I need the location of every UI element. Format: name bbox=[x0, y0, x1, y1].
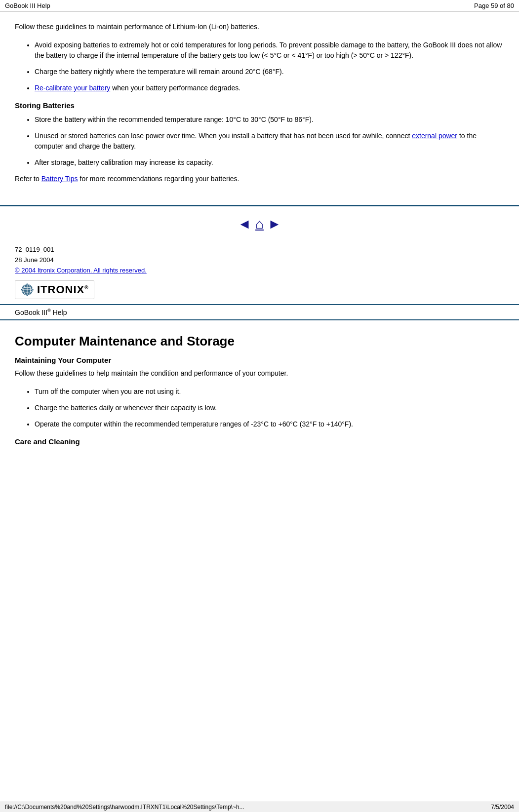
list-item: Unused or stored batteries can lose powe… bbox=[35, 131, 504, 152]
bullet-text-1: Avoid exposing batteries to extremely ho… bbox=[35, 41, 502, 59]
storing-bullet-3: After storage, battery calibration may i… bbox=[35, 158, 213, 166]
svg-point-9 bbox=[32, 289, 34, 291]
list-item: Store the battery within the recommended… bbox=[35, 115, 504, 125]
storing-heading: Storing Batteries bbox=[15, 101, 504, 110]
maintaining-heading: Maintaining Your Computer bbox=[0, 354, 519, 368]
intro-text: Follow these guidelines to maintain perf… bbox=[15, 22, 504, 32]
home-nav-button[interactable]: ⌂ bbox=[255, 216, 264, 232]
main-content: Follow these guidelines to maintain perf… bbox=[0, 12, 519, 197]
list-item: After storage, battery calibration may i… bbox=[35, 157, 504, 168]
logo-section: ITRONIX® bbox=[0, 275, 519, 304]
care-heading: Care and Cleaning bbox=[15, 437, 504, 446]
list-item: Turn off the computer when you are not u… bbox=[35, 387, 504, 397]
svg-point-7 bbox=[27, 295, 28, 296]
footer-info: 72_0119_001 28 June 2004 © 2004 Itronix … bbox=[0, 245, 519, 275]
refer-after: for more recommendations regarding your … bbox=[78, 175, 240, 183]
gobook-bar: GoBook III® Help bbox=[0, 304, 519, 320]
maintaining-bullet-3: Operate the computer within the recommen… bbox=[35, 420, 353, 428]
list-item: Charge the battery nightly where the tem… bbox=[35, 67, 504, 77]
forward-nav-button[interactable]: ► bbox=[268, 216, 281, 232]
refer-text: Refer to Battery Tips for more recommend… bbox=[15, 174, 504, 184]
list-item: Re-calibrate your battery when your batt… bbox=[35, 83, 504, 93]
gobook-sup: ® bbox=[47, 308, 51, 313]
logo-reg: ® bbox=[84, 285, 88, 290]
doc-id: 72_0119_001 bbox=[15, 245, 504, 255]
app-title: GoBook III Help bbox=[5, 2, 50, 9]
recalibrate-link[interactable]: Re-calibrate your battery bbox=[35, 84, 110, 92]
bullet-text-2: Charge the battery nightly where the tem… bbox=[35, 68, 284, 76]
copyright-link[interactable]: © 2004 Itronix Corporation. All rights r… bbox=[15, 267, 147, 274]
battery-tips-link[interactable]: Battery Tips bbox=[41, 175, 78, 183]
maintaining-bullets-list: Turn off the computer when you are not u… bbox=[35, 387, 504, 429]
chapter-title: Computer Maintenance and Storage bbox=[0, 328, 519, 354]
storing-bullet-1: Store the battery within the recommended… bbox=[35, 116, 314, 123]
maintaining-bullet-1: Turn off the computer when you are not u… bbox=[35, 387, 181, 395]
nav-section: ◄ ⌂ ► bbox=[0, 206, 519, 245]
refer-before: Refer to bbox=[15, 175, 41, 183]
list-item: Operate the computer within the recommen… bbox=[35, 419, 504, 429]
svg-point-6 bbox=[27, 283, 28, 285]
external-power-link[interactable]: external power bbox=[412, 132, 457, 140]
gobook-bar-text: GoBook III® Help bbox=[15, 309, 67, 316]
bullet-text-3-after: when your battery performance degrades. bbox=[110, 84, 240, 92]
header-bar: GoBook III Help Page 59 of 80 bbox=[0, 0, 519, 12]
list-item: Charge the batteries daily or whenever t… bbox=[35, 403, 504, 413]
maintaining-intro: Follow these guidelines to help maintain… bbox=[15, 368, 504, 379]
list-item: Avoid exposing batteries to extremely ho… bbox=[35, 40, 504, 61]
nav-arrows: ◄ ⌂ ► bbox=[238, 216, 281, 232]
storing-bullet-2-before: Unused or stored batteries can lose powe… bbox=[35, 132, 412, 140]
itronix-logo: ITRONIX® bbox=[15, 280, 94, 299]
storing-bullets-list: Store the battery within the recommended… bbox=[35, 115, 504, 168]
maintaining-body: Follow these guidelines to help maintain… bbox=[0, 368, 519, 446]
itronix-logo-icon bbox=[20, 283, 34, 297]
maintaining-bullet-2: Charge the batteries daily or whenever t… bbox=[35, 404, 217, 412]
svg-point-8 bbox=[21, 289, 22, 291]
doc-date: 28 June 2004 bbox=[15, 255, 504, 266]
battery-bullets-list: Avoid exposing batteries to extremely ho… bbox=[35, 40, 504, 93]
back-nav-button[interactable]: ◄ bbox=[238, 216, 251, 232]
page-info: Page 59 of 80 bbox=[474, 2, 514, 9]
logo-text: ITRONIX® bbox=[37, 283, 89, 296]
